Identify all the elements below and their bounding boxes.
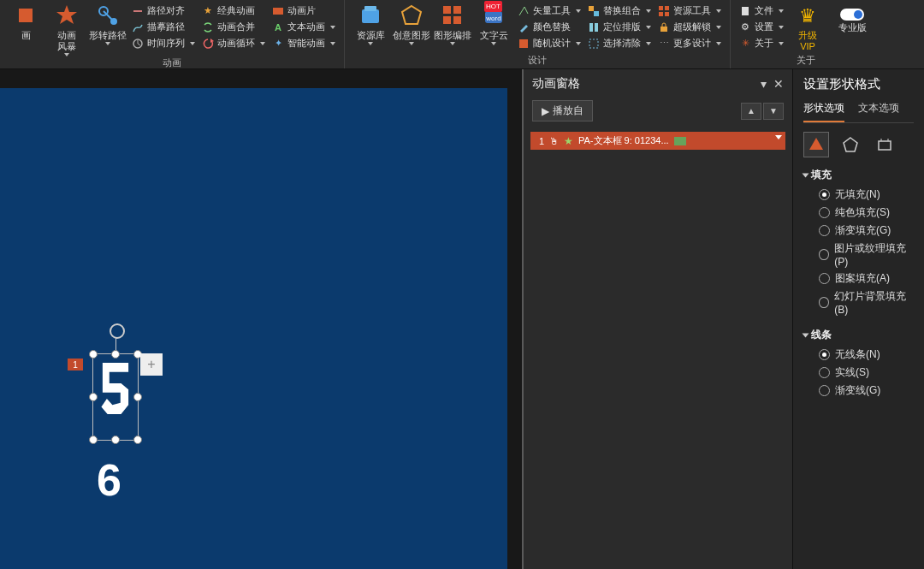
tab-text-options[interactable]: 文本选项 [858,99,899,122]
btn-time-sequence[interactable]: 时间序列 [128,36,198,50]
rotate-handle[interactable] [110,323,125,339]
btn-anim-loop[interactable]: 动画循环 [198,36,269,50]
ribbon: 画 动画 风暴 形转路径 路径对齐 描摹路径 时间序列 ★经典动画 动画合并 动… [0,0,924,69]
btn-random-design[interactable]: 随机设计 [514,36,584,50]
toggle-icon [840,9,864,21]
selected-shape[interactable] [92,353,139,441]
pane-close-icon[interactable]: ✕ [773,77,784,91]
btn-select-clear[interactable]: 选择清除 [584,36,654,50]
chevron-down-icon [450,42,455,45]
resize-handle-e[interactable] [133,393,142,401]
btn-shape-arrange[interactable]: 图形编排 [432,2,473,45]
svg-rect-18 [589,6,594,11]
hot-badge: HOT [484,1,502,12]
btn-position-layout[interactable]: 定位排版 [584,20,654,34]
btn-shape-to-path[interactable]: 形转路径 [87,2,128,45]
move-down-button[interactable]: ▼ [763,103,784,120]
svg-rect-8 [362,9,379,23]
radio-icon [819,367,830,378]
chevron-down-icon [779,26,784,29]
resize-handle-w[interactable] [89,393,98,401]
radio-icon [819,189,830,200]
radio-icon [819,385,830,396]
opt-no-fill[interactable]: 无填充(N) [819,187,914,202]
section-fill-header[interactable]: 填充 [803,168,914,182]
svg-rect-25 [659,12,663,16]
btn-vector-tool[interactable]: 矢量工具 [514,3,584,18]
animation-pane: 动画窗格 ▾ ✕ ▶ 播放自 ▲ ▼ 1 🖱 ★ PA-文本框 9: 01234… [522,69,792,569]
opt-slide-bg-fill[interactable]: 幻灯片背景填充(B) [819,289,914,316]
svg-text:word: word [485,15,500,22]
resize-handle-n[interactable] [111,350,120,359]
tab-shape-options[interactable]: 形状选项 [803,99,844,122]
btn-color-replace[interactable]: 颜色替换 [514,20,584,34]
chevron-down-icon [646,9,651,13]
btn-upgrade-vip[interactable]: ♛ 升级 VIP [787,2,828,52]
btn-anim-merge[interactable]: 动画合并 [198,20,269,34]
lbl: 动画 风暴 [57,30,76,52]
chevron-down-icon [368,42,373,45]
radio-icon [819,297,829,308]
shape-glyph-5 [100,363,131,414]
section-line-header[interactable]: 线条 [803,328,914,342]
btn-smart-anim[interactable]: ✦智能动画 [269,36,339,50]
opt-gradient-line[interactable]: 渐变线(G) [819,383,914,398]
size-props-icon[interactable] [872,132,897,157]
slide: 1 + 6 [0,88,507,569]
btn-pro-toggle[interactable]: 专业版 [828,2,876,33]
radio-icon [819,349,830,360]
resize-handle-nw[interactable] [89,350,98,359]
btn-trace-path[interactable]: 描摹路径 [128,20,198,34]
anim-item-dropdown[interactable] [775,135,782,139]
lbl: 形转路径 [89,30,127,41]
ribbon-group-animation: 画 动画 风暴 形转路径 路径对齐 描摹路径 时间序列 ★经典动画 动画合并 动… [0,0,345,68]
btn-text-anim[interactable]: A文本动画 [269,20,339,34]
btn-creative-shape[interactable]: 创意图形 [391,2,432,45]
play-from-button[interactable]: ▶ 播放自 [532,100,593,122]
opt-no-line[interactable]: 无线条(N) [819,347,914,362]
chevron-down-icon [576,42,581,45]
btn-more-design[interactable]: ⋯更多设计 [654,36,725,50]
animation-order-tag[interactable]: 1 [68,359,83,370]
btn-classic-anim[interactable]: ★经典动画 [198,3,269,18]
ribbon-group-about: 文件 ⚙设置 ✳关于 ♛ 升级 VIP 专业版 关于 [731,0,881,68]
svg-rect-9 [364,6,376,11]
svg-rect-24 [665,6,669,10]
btn-file[interactable]: 文件 [736,3,787,18]
fill-line-icon[interactable] [803,132,829,157]
animation-list-item[interactable]: 1 🖱 ★ PA-文本框 9: 01234... [530,132,785,150]
btn-word-cloud[interactable]: word HOT 文字云 [473,2,514,45]
pane-menu-icon[interactable]: ▾ [761,77,767,91]
opt-gradient-fill[interactable]: 渐变填充(G) [819,223,914,238]
anim-item-index: 1 [536,136,544,146]
btn-super-unlock[interactable]: 超级解锁 [654,20,725,34]
chevron-down-icon [190,42,195,45]
btn-path-align[interactable]: 路径对齐 [128,3,198,18]
btn-anim-storm[interactable]: 动画 风暴 [46,2,87,56]
radio-icon [819,249,829,260]
opt-solid-fill[interactable]: 纯色填充(S) [819,205,914,220]
opt-picture-fill[interactable]: 图片或纹理填充(P) [819,241,914,268]
btn-hua[interactable]: 画 [5,2,46,41]
anim-item-name: PA-文本框 9: 01234... [578,134,669,147]
effects-icon[interactable] [838,132,863,157]
chevron-down-icon [646,42,651,45]
btn-anim-clip[interactable]: 动画片 [269,3,339,18]
resize-handle-se[interactable] [133,436,142,444]
move-up-button[interactable]: ▲ [741,103,761,120]
btn-replace-combo[interactable]: 替换组合 [584,3,654,18]
slide-canvas-area[interactable]: 1 + 6 [0,69,522,569]
opt-solid-line[interactable]: 实线(S) [819,365,914,380]
svg-rect-27 [660,27,667,32]
btn-settings[interactable]: ⚙设置 [736,20,787,34]
btn-asset-lib[interactable]: 资源库 [350,2,391,45]
reorder-buttons: ▲ ▼ [741,103,784,120]
plus-tile[interactable]: + [140,353,163,376]
resize-handle-s[interactable] [111,436,120,444]
resize-handle-sw[interactable] [89,436,98,444]
btn-resource-tool[interactable]: 资源工具 [654,3,725,18]
btn-about[interactable]: ✳关于 [736,36,787,50]
svg-rect-31 [879,141,891,150]
opt-pattern-fill[interactable]: 图案填充(A) [819,271,914,286]
group-label-design: 设计 [350,54,725,68]
